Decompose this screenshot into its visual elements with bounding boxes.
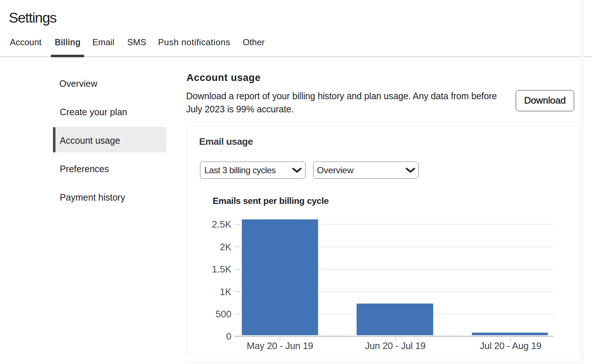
svg-text:Jul 20 - Aug 19: Jul 20 - Aug 19: [480, 340, 541, 351]
svg-text:1.5K: 1.5K: [212, 264, 231, 275]
svg-text:500: 500: [215, 309, 231, 320]
svg-text:1K: 1K: [220, 286, 231, 297]
svg-text:2.5K: 2.5K: [212, 219, 231, 230]
svg-text:Jun 20 - Jul 19: Jun 20 - Jul 19: [365, 340, 425, 351]
svg-text:Emails sent per billing cycle: Emails sent per billing cycle: [212, 195, 328, 205]
svg-text:0: 0: [226, 331, 231, 342]
svg-text:2K: 2K: [220, 241, 231, 252]
svg-text:May 20 - Jun 19: May 20 - Jun 19: [247, 340, 313, 351]
